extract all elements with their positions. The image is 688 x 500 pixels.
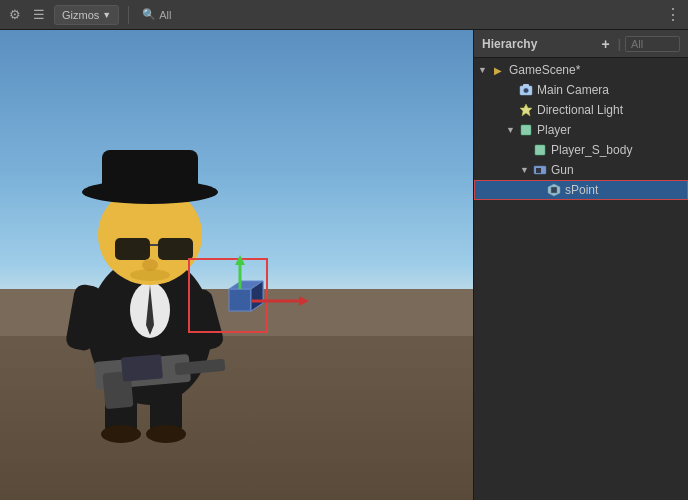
tree-item-spoint[interactable]: sPoint (474, 180, 688, 200)
gun-icon (532, 162, 548, 178)
svg-point-30 (524, 88, 529, 93)
hierarchy-plus-button[interactable]: + (597, 36, 613, 52)
point-icon (546, 182, 562, 198)
search-all-label: All (159, 9, 171, 21)
scene-icon: ▶ (490, 62, 506, 78)
light-icon (518, 102, 534, 118)
tree-label: GameScene* (509, 63, 580, 77)
tree-item-gun[interactable]: ▼ Gun (474, 160, 688, 180)
svg-rect-36 (536, 168, 541, 173)
settings-icon[interactable]: ⚙ (6, 6, 24, 24)
svg-rect-34 (535, 145, 545, 155)
tree-label: Main Camera (537, 83, 609, 97)
tree-item-playerbody[interactable]: Player_S_body (474, 140, 688, 160)
tree-label: Gun (551, 163, 574, 177)
transform-gizmo (185, 255, 315, 365)
object-icon (532, 142, 548, 158)
tree-item-directionallight[interactable]: Directional Light (474, 100, 688, 120)
tree-arrow: ▼ (506, 125, 518, 135)
scene-toolbar: ⚙ ☰ Gizmos ▼ 🔍 All ⋮ (0, 0, 688, 30)
tree-item-gamescene[interactable]: ▼▶GameScene* (474, 60, 688, 80)
hierarchy-search-input[interactable] (625, 36, 680, 52)
hierarchy-header: Hierarchy + | (474, 30, 688, 58)
hierarchy-header-right: + | (597, 36, 680, 52)
toolbar-search: 🔍 All (142, 8, 171, 21)
main-content: Hierarchy + | ▼▶GameScene* Main Camera D… (0, 30, 688, 500)
toolbar-separator (128, 6, 129, 24)
tree-label: Directional Light (537, 103, 623, 117)
camera-icon (518, 82, 534, 98)
svg-rect-20 (121, 354, 163, 381)
tree-arrow: ▼ (478, 65, 490, 75)
svg-rect-38 (551, 187, 557, 193)
svg-rect-31 (523, 84, 529, 87)
tree-item-maincamera[interactable]: Main Camera (474, 80, 688, 100)
layer-icon[interactable]: ☰ (30, 6, 48, 24)
tree-item-player[interactable]: ▼ Player (474, 120, 688, 140)
tree-label: Player (537, 123, 571, 137)
tree-label: Player_S_body (551, 143, 632, 157)
search-icon: 🔍 (142, 8, 156, 21)
svg-rect-12 (115, 238, 150, 260)
hierarchy-panel: Hierarchy + | ▼▶GameScene* Main Camera D… (473, 30, 688, 500)
svg-point-3 (101, 425, 141, 443)
object-icon (518, 122, 534, 138)
svg-rect-11 (102, 150, 198, 198)
gizmos-button[interactable]: Gizmos ▼ (54, 5, 119, 25)
svg-point-16 (130, 269, 170, 281)
svg-rect-21 (229, 289, 251, 311)
tree-label: sPoint (565, 183, 598, 197)
svg-rect-33 (521, 125, 531, 135)
scene-view[interactable] (0, 30, 473, 500)
svg-marker-32 (520, 104, 532, 116)
hierarchy-separator: | (618, 37, 621, 51)
hierarchy-tree: ▼▶GameScene* Main Camera Directional Lig… (474, 58, 688, 500)
gizmos-label: Gizmos (62, 9, 99, 21)
more-options-button[interactable]: ⋮ (665, 5, 682, 24)
tree-arrow: ▼ (520, 165, 532, 175)
hierarchy-title: Hierarchy (482, 37, 537, 51)
svg-marker-26 (235, 255, 245, 265)
svg-point-4 (146, 425, 186, 443)
svg-marker-28 (299, 296, 309, 306)
gizmos-chevron: ▼ (102, 10, 111, 20)
